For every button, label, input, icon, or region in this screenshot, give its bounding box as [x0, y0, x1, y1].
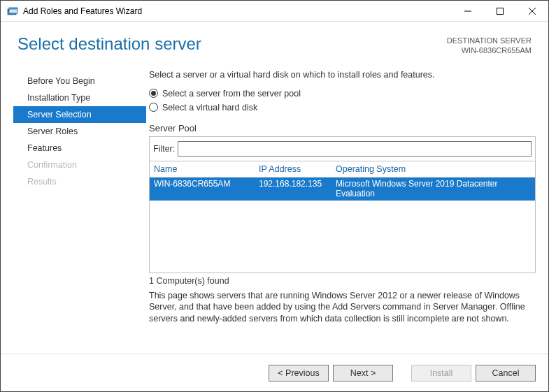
destination-server-name: WIN-6836CR655AM: [447, 45, 532, 55]
main-panel: Select a server or a virtual hard disk o…: [146, 70, 536, 354]
radio-icon: [149, 103, 158, 112]
wizard-window: Add Roles and Features Wizard Select des…: [0, 0, 549, 392]
cancel-button[interactable]: Cancel: [476, 365, 536, 382]
next-button[interactable]: Next >: [333, 365, 393, 382]
content-area: Select destination server DESTINATION SE…: [1, 22, 548, 391]
sidebar-item-before-you-begin[interactable]: Before You Begin: [13, 73, 146, 89]
intro-text: Select a server or a virtual hard disk o…: [149, 70, 536, 80]
column-header-name[interactable]: Name: [154, 164, 259, 174]
page-description: This page shows servers that are running…: [149, 290, 536, 326]
server-pool-label: Server Pool: [149, 123, 536, 133]
grid-header: Name IP Address Operating System: [150, 161, 535, 177]
destination-server-info: DESTINATION SERVER WIN-6836CR655AM: [447, 34, 532, 56]
computers-found-label: 1 Computer(s) found: [149, 276, 536, 286]
svg-rect-3: [9, 8, 17, 10]
app-icon: [6, 5, 19, 17]
sidebar-item-confirmation: Confirmation: [13, 157, 146, 173]
server-name-cell: WIN-6836CR655AM: [154, 179, 259, 198]
maximize-button[interactable]: [484, 1, 516, 21]
close-button[interactable]: [516, 1, 548, 21]
window-buttons: [452, 1, 548, 21]
filter-input[interactable]: [178, 141, 532, 157]
previous-button[interactable]: < Previous: [269, 365, 329, 382]
server-grid: Name IP Address Operating System WIN-683…: [149, 161, 536, 273]
header-row: Select destination server DESTINATION SE…: [1, 22, 548, 56]
radio-virtual-hard-disk[interactable]: Select a virtual hard disk: [149, 103, 536, 112]
filter-row: Filter:: [150, 137, 535, 161]
server-ip-cell: 192.168.182.135: [259, 179, 336, 198]
sidebar-item-installation-type[interactable]: Installation Type: [13, 89, 146, 106]
page-title: Select destination server: [17, 34, 201, 54]
sidebar-item-results: Results: [13, 173, 146, 190]
sidebar-item-server-selection[interactable]: Server Selection: [13, 106, 146, 123]
titlebar: Add Roles and Features Wizard: [1, 1, 548, 22]
body-row: Before You BeginInstallation TypeServer …: [1, 56, 548, 354]
sidebar-item-server-roles[interactable]: Server Roles: [13, 123, 146, 140]
radio-icon: [149, 89, 158, 98]
radio-server-pool[interactable]: Select a server from the server pool: [149, 89, 536, 99]
wizard-sidebar: Before You BeginInstallation TypeServer …: [13, 70, 146, 354]
sidebar-item-features[interactable]: Features: [13, 140, 146, 157]
column-header-ip[interactable]: IP Address: [259, 164, 336, 174]
server-os-cell: Microsoft Windows Server 2019 Datacenter…: [336, 179, 531, 198]
minimize-button[interactable]: [452, 1, 484, 21]
install-button: Install: [411, 365, 471, 382]
window-title: Add Roles and Features Wizard: [23, 6, 452, 16]
svg-rect-5: [497, 8, 504, 14]
wizard-footer: < Previous Next > Install Cancel: [1, 354, 548, 391]
filter-label: Filter:: [153, 144, 175, 154]
server-row[interactable]: WIN-6836CR655AM 192.168.182.135 Microsof…: [150, 177, 535, 201]
column-header-os[interactable]: Operating System: [336, 164, 531, 174]
grid-empty-area: [150, 201, 535, 273]
destination-server-label: DESTINATION SERVER: [447, 36, 532, 45]
radio-label: Select a server from the server pool: [162, 89, 301, 99]
server-pool-box: Filter:: [149, 136, 536, 161]
radio-label: Select a virtual hard disk: [162, 103, 257, 112]
